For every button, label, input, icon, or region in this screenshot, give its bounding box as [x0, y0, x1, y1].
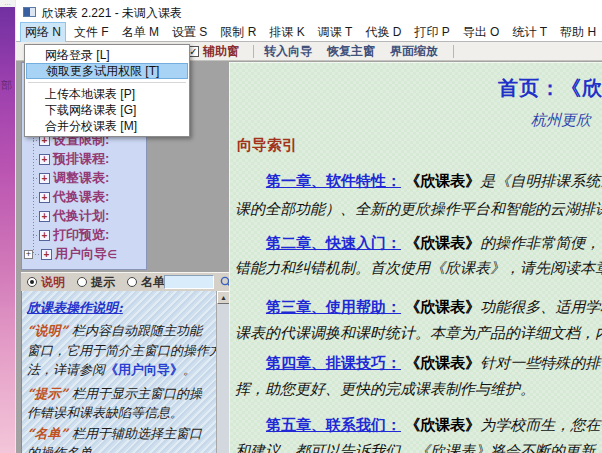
menu-item-claim-trial-rights[interactable]: 领取更多试用权限 [T] — [26, 63, 188, 79]
to-wizard-button[interactable]: 转入向导 — [264, 43, 312, 60]
panel-text-line: 作错误和课表缺陷等信息。 — [27, 404, 217, 422]
app-icon — [23, 7, 36, 17]
description-panel: 欣课表操作说明: “说明” 栏内容自动跟随主功能 窗口，它用于简介主窗口的操作方… — [21, 291, 229, 453]
background-dots: … — [0, 0, 15, 7]
menubar-item-file[interactable]: 文件 F — [69, 22, 114, 43]
panel-text-line: 法，详请参阅《用户向导》。 — [27, 361, 217, 379]
home-page-title: 首页：《欣 — [498, 75, 602, 102]
menu-bar: 网络 N 文件 F 名单 M 设置 S 限制 R 排课 K 调课 T 代换 D … — [16, 23, 602, 42]
tree-item-user-guide[interactable]: + + 用户向导∈ — [22, 246, 117, 262]
title-bar: 欣课表 2.221 - 未调入课表 — [16, 0, 602, 23]
menubar-item-substitute[interactable]: 代换 D — [360, 22, 406, 43]
menu-item-upload-local-timetable[interactable]: 上传本地课表 [P] — [26, 86, 188, 102]
screen: … 部 欣课表 2.221 - 未调入课表 网络 N 文件 F 名单 M 设置 … — [0, 0, 602, 453]
tree-item-prearrange-courses[interactable]: + 预排课程: — [22, 151, 109, 167]
tab-shuoming-label[interactable]: 说明 — [41, 274, 65, 291]
chapter-5-line1: 第五章、联系我们： 《欣课表》为学校而生，您在使 — [266, 416, 602, 435]
toolbar-separator — [253, 45, 254, 58]
panel-text-line: 窗口，它用于简介主窗口的操作方 — [27, 342, 217, 360]
chapter-4-line2: 挥，助您更好、更快的完成课表制作与维护。 — [235, 380, 535, 399]
panel-heading[interactable]: 欣课表操作说明: — [27, 299, 217, 317]
menu-item-download-network-timetable[interactable]: 下载网络课表 [G] — [26, 102, 188, 118]
radio-shuoming[interactable] — [27, 277, 37, 287]
tree-item-adjust-timetable[interactable]: + 调整课表: — [22, 170, 109, 186]
chapter-1-line2: 课的全部功能）、全新的更欣操作平台和智能的云湖排课 — [235, 200, 602, 219]
user-guide-link[interactable]: 《用户向导》 — [105, 362, 183, 377]
network-menu-dropdown: 网络登录 [L] 领取更多试用权限 [T] 上传本地课表 [P] 下载网络课表 … — [24, 44, 190, 137]
radio-tishi[interactable] — [77, 277, 87, 287]
tree-item-substitute-timetable[interactable]: + 代换课表: — [22, 189, 109, 205]
menubar-item-export[interactable]: 导出 O — [458, 22, 505, 43]
app-window: 欣课表 2.221 - 未调入课表 网络 N 文件 F 名单 M 设置 S 限制… — [15, 0, 602, 453]
chapter-1-line1: 第一章、软件特性： 《欣课表》是《自明排课系统》 — [266, 172, 602, 191]
search-input[interactable] — [164, 275, 214, 289]
menubar-item-scheduling[interactable]: 排课 K — [264, 22, 309, 43]
window-title: 欣课表 2.221 - 未调入课表 — [42, 5, 182, 22]
chapter-3-line2: 课表的代课调换和课时统计。本章为产品的详细文档，内 — [235, 324, 602, 343]
tree-node-icon[interactable]: + — [39, 154, 50, 165]
chapter-5-line2: 和建议，都可以告诉我们。《欣课表》将会不断的更新， — [235, 442, 602, 453]
toolbar-separator — [453, 45, 454, 58]
tree-item-substitute-plan[interactable]: + 代换计划: — [22, 208, 109, 224]
panel-text-line: “提示” 栏用于显示主窗口的操 — [27, 385, 217, 403]
chapter-3-line1: 第三章、使用帮助： 《欣课表》功能很多、适用学校 — [266, 298, 602, 317]
tab-mingdan-label[interactable]: 名单 — [141, 274, 165, 291]
helper-tab-bar: 说明 提示 名单 — [21, 272, 229, 291]
menu-item-merge-campus-timetable[interactable]: 合并分校课表 [M] — [26, 118, 188, 134]
assist-window-label[interactable]: 辅助窗 — [203, 43, 239, 60]
menubar-item-print[interactable]: 打印 P — [409, 22, 454, 43]
ui-zoom-button[interactable]: 界面缩放 — [390, 43, 438, 60]
menubar-item-statistics[interactable]: 统计 T — [507, 22, 552, 43]
tree-item-print-preview[interactable]: + 打印预览: — [22, 227, 109, 243]
scroll-up-icon[interactable]: ▲ — [217, 291, 229, 304]
tree-node-icon[interactable]: + — [39, 173, 50, 184]
tree-node-icon[interactable]: + — [39, 192, 50, 203]
chapter-2-line1: 第二章、快速入门： 《欣课表》的操作非常简便， — [266, 234, 600, 253]
background-glyph: 部 — [1, 78, 12, 93]
menu-separator — [28, 82, 186, 83]
menubar-item-help[interactable]: 帮助 H — [555, 22, 601, 43]
menubar-item-roster[interactable]: 名单 M — [117, 22, 164, 43]
panel-text-line: “说明” 栏内容自动跟随主功能 — [27, 322, 217, 340]
chapter-4-link[interactable]: 第四章、排课技巧： — [266, 354, 401, 371]
panel-scrollbar[interactable]: ▲ — [216, 291, 229, 453]
tree-node-icon[interactable]: + — [39, 230, 50, 241]
menubar-item-adjust-class[interactable]: 调课 T — [313, 22, 358, 43]
chapter-2-line2: 错能力和纠错机制。首次使用《欣课表》，请先阅读本章 — [235, 259, 602, 278]
panel-text-line: 的操作名单 — [27, 444, 217, 453]
tree-expand-icon[interactable]: + — [24, 250, 33, 259]
radio-mingdan[interactable] — [127, 277, 137, 287]
menubar-item-network[interactable]: 网络 N — [20, 22, 66, 43]
chapter-2-link[interactable]: 第二章、快速入门： — [266, 234, 401, 251]
tree-node-icon[interactable]: + — [39, 211, 50, 222]
chapter-5-link[interactable]: 第五章、联系我们： — [266, 416, 401, 433]
menu-item-network-login[interactable]: 网络登录 [L] — [26, 47, 188, 63]
tree-node-icon[interactable]: + — [41, 249, 52, 260]
menubar-item-settings[interactable]: 设置 S — [167, 22, 212, 43]
background-window-strip: … 部 — [0, 0, 15, 453]
wizard-index-label: 向导索引 — [237, 136, 297, 155]
tab-tishi-label[interactable]: 提示 — [91, 274, 115, 291]
home-subtitle: 杭州更欣 — [531, 111, 591, 130]
chapter-4-line1: 第四章、排课技巧： 《欣课表》针对一些特殊的排课 — [266, 354, 602, 373]
chapter-3-link[interactable]: 第三章、使用帮助： — [266, 298, 401, 315]
menubar-item-limits[interactable]: 限制 R — [215, 22, 261, 43]
restore-main-button[interactable]: 恢复主窗 — [327, 43, 375, 60]
chapter-1-link[interactable]: 第一章、软件特性： — [266, 172, 401, 189]
main-content: 首页：《欣 杭州更欣 向导索引 第一章、软件特性： 《欣课表》是《自明排课系统》… — [229, 62, 602, 453]
panel-text-line: “名单” 栏用于辅助选择主窗口 — [27, 425, 217, 443]
